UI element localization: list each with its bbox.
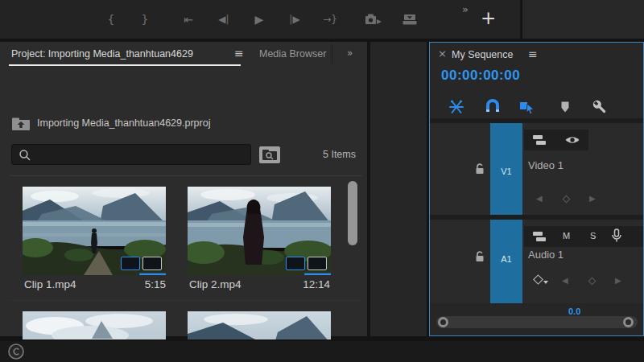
clip-grid: Clip 1.mp4 5:15: [10, 175, 362, 339]
taskbar: [0, 341, 644, 362]
mute-track-button[interactable]: M: [563, 231, 570, 241]
clip-name: Clip 2.mp4: [189, 278, 242, 290]
voiceover-record-mic-icon[interactable]: [611, 228, 622, 244]
tools-panel: T: [370, 42, 427, 336]
mark-out-icon[interactable]: }: [137, 0, 153, 39]
previous-keyframe-icon[interactable]: ◀: [536, 194, 543, 203]
next-keyframe-icon[interactable]: ▶: [589, 194, 596, 203]
sync-lock-icon[interactable]: [532, 230, 547, 243]
track-lock-icon[interactable]: [473, 250, 486, 263]
breadcrumb[interactable]: Importing Media_thanhtuan4629.prproj: [37, 117, 210, 129]
active-tab-underline: [9, 64, 241, 66]
add-marker-icon[interactable]: [556, 98, 574, 116]
timeline-panel: × My Sequence ≡ 00:00:00:00: [429, 42, 644, 336]
tab-project[interactable]: Project: Importing Media_thanhtuan4629: [11, 48, 193, 60]
insert-icon[interactable]: →}: [319, 0, 341, 39]
search-input[interactable]: [36, 146, 246, 163]
tab-media-browser[interactable]: Media Browser: [259, 48, 328, 60]
clip-thumbnail-4[interactable]: [188, 311, 331, 339]
clip-duration: 12:14: [296, 278, 330, 290]
track-target-label: A1: [501, 254, 511, 264]
scrollbar-right-handle[interactable]: [623, 317, 634, 327]
keyframe-type-icon[interactable]: [533, 274, 543, 285]
premiere-pro-window: { } ⇤ ◀| ▶ |▶ →} » + Project: Importing …: [0, 0, 644, 362]
add-button[interactable]: +: [481, 7, 496, 28]
timeline-bottom-zone: 0.0: [430, 303, 643, 335]
audio-badge-icon[interactable]: [142, 257, 162, 270]
vertical-scrollbar[interactable]: [348, 181, 357, 245]
video-track-button-strip: [524, 130, 588, 150]
transport-toolbar: { } ⇤ ◀| ▶ |▶ →} » +: [0, 0, 520, 39]
clip-name: Clip 1.mp4: [24, 278, 76, 290]
clip-duration: 5:15: [139, 278, 166, 290]
panel-menu-icon[interactable]: ≡: [234, 47, 244, 60]
playhead-timecode[interactable]: 00:00:00:00: [441, 68, 520, 84]
audio-track-button-strip: M S: [524, 226, 643, 247]
audio-track-target[interactable]: A1: [490, 220, 522, 303]
clip-thumbnail-2[interactable]: [188, 187, 331, 275]
video-track-name: Video 1: [528, 159, 564, 171]
toolbar-overflow-chevron-icon[interactable]: »: [462, 3, 468, 15]
tab-sequence[interactable]: My Sequence: [452, 49, 513, 60]
export-media-icon[interactable]: [401, 11, 420, 27]
close-panel-icon[interactable]: ×: [438, 47, 447, 60]
track-target-label: V1: [501, 167, 511, 176]
nest-toggle-icon[interactable]: [448, 98, 465, 116]
toolbar-right-section: [522, 0, 644, 39]
clip-4-preview: [188, 311, 331, 339]
audio-track-header: A1 M S Audio 1 ◀ ▶: [430, 220, 643, 303]
clip-3-preview: [23, 311, 166, 339]
creative-cloud-icon[interactable]: [7, 343, 25, 360]
video-track-target[interactable]: V1: [490, 123, 522, 215]
solo-track-button[interactable]: S: [590, 231, 596, 241]
step-back-icon[interactable]: ◀|: [213, 0, 235, 39]
go-to-in-icon[interactable]: ⇤: [179, 0, 198, 39]
project-panel: Project: Importing Media_thanhtuan4629 ≡…: [0, 42, 367, 336]
project-home-icon[interactable]: [11, 117, 31, 131]
linked-selection-icon[interactable]: [518, 98, 536, 116]
snap-magnet-icon[interactable]: [484, 98, 502, 116]
video-track-header: V1 Video 1 ◀ ▶: [430, 123, 643, 215]
add-keyframe-icon[interactable]: [588, 278, 597, 286]
tab-overflow-chevron-icon[interactable]: »: [347, 47, 352, 59]
horizontal-scrollbar[interactable]: [436, 316, 638, 328]
add-keyframe-icon[interactable]: [563, 195, 571, 204]
track-lock-icon[interactable]: [473, 162, 486, 175]
search-box: [11, 144, 251, 165]
video-badge-icon[interactable]: [286, 257, 305, 270]
search-bin-button[interactable]: [259, 146, 280, 163]
export-frame-icon[interactable]: [364, 11, 383, 27]
audio-gain-value[interactable]: 0.0: [568, 306, 580, 316]
search-icon: [19, 149, 31, 162]
mark-in-icon[interactable]: {: [103, 0, 119, 39]
search-bin-icon: [259, 146, 280, 163]
clip-thumbnail-1[interactable]: [23, 187, 166, 275]
items-count: 5 Items: [288, 149, 356, 160]
tab-separator: [332, 44, 332, 64]
clip-2-badges: [286, 257, 327, 270]
timeline-panel-menu-icon[interactable]: ≡: [528, 47, 538, 60]
next-keyframe-icon[interactable]: ▶: [615, 276, 621, 285]
sync-lock-icon[interactable]: [532, 134, 547, 146]
clip-thumbnail-3[interactable]: [23, 311, 166, 339]
play-icon[interactable]: ▶: [250, 0, 269, 39]
toggle-track-output-eye-icon[interactable]: [564, 134, 580, 146]
clip-1-badges: [121, 257, 162, 270]
grid-row-divider: [10, 300, 362, 301]
timeline-settings-wrench-icon[interactable]: [591, 98, 609, 116]
keyframe-type-dropdown-icon[interactable]: [543, 281, 548, 284]
audio-badge-icon[interactable]: [308, 257, 327, 270]
previous-keyframe-icon[interactable]: ◀: [562, 276, 568, 285]
scrollbar-left-handle[interactable]: [438, 317, 448, 327]
step-forward-icon[interactable]: |▶: [283, 0, 306, 39]
video-badge-icon[interactable]: [121, 257, 140, 270]
audio-track-name: Audio 1: [528, 249, 564, 261]
